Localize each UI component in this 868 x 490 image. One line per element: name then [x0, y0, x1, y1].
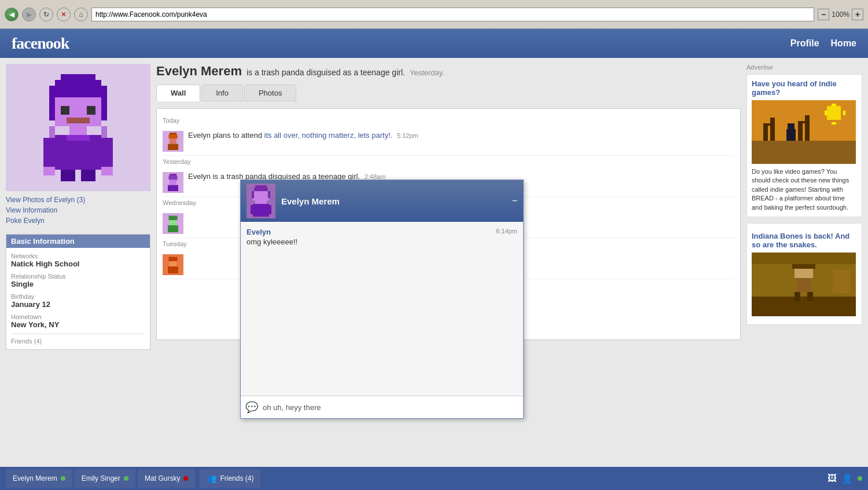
svg-rect-50	[752, 297, 856, 316]
svg-rect-45	[825, 111, 827, 115]
relationship-value: Single	[11, 280, 145, 288]
right-sidebar: Advertise Have you heard of indie games?	[746, 64, 862, 461]
tab-photos[interactable]: Photos	[244, 85, 296, 101]
site-nav: Profile Home	[790, 38, 856, 49]
tab-wall[interactable]: Wall	[156, 85, 200, 101]
chat-tab-mat-name: Mat Gursky	[145, 474, 180, 482]
svg-rect-37	[770, 118, 775, 141]
emily-status-dot	[124, 476, 128, 481]
svg-rect-8	[67, 118, 90, 123]
chat-input-icon: 💬	[245, 401, 258, 414]
relationship-label: Relationship Status	[11, 273, 145, 280]
chat-message-block: Evelyn 6:14pm omg kyleeeee!!	[247, 228, 517, 246]
post-avatar-icon-4	[164, 256, 182, 273]
home-button[interactable]: ⌂	[74, 8, 88, 21]
svg-rect-1	[55, 80, 101, 86]
post-avatar-wed	[163, 213, 183, 234]
url-text: http://www.Facenook.com/punk4eva	[95, 10, 207, 19]
mat-status-dot	[183, 476, 188, 481]
poke-link[interactable]: Poke Evelyn	[6, 217, 150, 225]
svg-rect-66	[268, 205, 271, 214]
chat-input-placeholder[interactable]: oh uh, heyy there	[263, 403, 518, 412]
svg-rect-33	[168, 266, 178, 273]
chat-tab-emily[interactable]: Emily Singer	[75, 469, 135, 488]
svg-rect-40	[805, 115, 810, 141]
chat-tab-evelyn-name: Evelyn Merem	[13, 474, 57, 482]
post-link-today[interactable]: its all over, nothing matterz, lets part…	[264, 131, 393, 140]
view-info-link[interactable]: View Information	[6, 206, 150, 214]
ad1-title[interactable]: Have you heard of indie games?	[752, 79, 857, 97]
chat-minimize-button[interactable]: −	[512, 196, 517, 206]
info-networks: Networks: Natick High School	[11, 253, 145, 268]
zoom-in-button[interactable]: +	[852, 9, 863, 20]
basic-info-box: Basic Information Networks: Natick High …	[6, 234, 150, 350]
svg-rect-54	[795, 292, 800, 301]
svg-rect-32	[170, 261, 176, 266]
chat-avatar-icon	[249, 185, 273, 217]
left-sidebar: View Photos of Evelyn (3) View Informati…	[6, 64, 150, 461]
bottom-bar: Evelyn Merem Emily Singer Mat Gursky 👥 F…	[0, 467, 868, 490]
tab-info[interactable]: Info	[201, 85, 243, 101]
svg-rect-7	[87, 106, 95, 115]
friends-tab-name: Friends (4)	[220, 474, 253, 482]
time-label-today: Today	[163, 117, 734, 124]
profile-avatar	[38, 74, 119, 181]
chat-header-left: Evelyn Merem	[247, 184, 340, 218]
bottom-right-icons: 🖼 👤	[827, 473, 862, 484]
svg-rect-31	[169, 257, 178, 262]
person-icon[interactable]: 👤	[841, 473, 853, 484]
svg-rect-16	[61, 170, 75, 181]
post-text-today: Evelyn plans to attend its all over, not…	[188, 131, 734, 140]
svg-rect-30	[168, 225, 178, 232]
svg-rect-25	[169, 175, 178, 180]
ad2-title[interactable]: Indiana Bones is back! And so are the sn…	[752, 232, 857, 249]
zoom-out-button[interactable]: −	[818, 9, 829, 20]
svg-rect-5	[101, 97, 107, 120]
time-label-yesterday: Yesterday	[163, 158, 734, 165]
chat-header: Evelyn Merem −	[241, 180, 523, 222]
chat-tab-emily-name: Emily Singer	[82, 474, 120, 482]
svg-rect-38	[763, 123, 775, 126]
svg-rect-15	[101, 167, 113, 175]
back-button[interactable]: ◀	[5, 8, 19, 21]
svg-rect-6	[61, 106, 69, 115]
svg-rect-43	[788, 123, 795, 129]
svg-rect-56	[752, 253, 856, 264]
site-logo[interactable]: facenook	[12, 34, 69, 53]
chat-tab-mat[interactable]: Mat Gursky	[138, 469, 195, 488]
svg-rect-27	[168, 185, 178, 192]
nav-home[interactable]: Home	[831, 38, 856, 49]
birthday-label: Birthday	[11, 293, 145, 300]
svg-rect-62	[268, 191, 270, 198]
stop-button[interactable]: ✕	[57, 8, 71, 21]
basic-info-body: Networks: Natick High School Relationshi…	[6, 248, 150, 349]
chat-input-row: 💬 oh uh, heyy there	[241, 396, 523, 418]
birthday-value: January 12	[11, 300, 145, 309]
hometown-value: New York, NY	[11, 320, 145, 329]
svg-rect-13	[101, 138, 113, 167]
svg-rect-61	[252, 191, 254, 198]
svg-rect-65	[251, 205, 254, 214]
svg-rect-51	[792, 264, 815, 269]
basic-info-header: Basic Information	[6, 235, 150, 248]
svg-rect-4	[49, 97, 55, 120]
forward-button[interactable]: ▶	[22, 8, 36, 21]
address-bar[interactable]: http://www.Facenook.com/punk4eva	[91, 8, 814, 21]
post-today: Evelyn plans to attend its all over, not…	[163, 127, 734, 156]
nav-profile[interactable]: Profile	[790, 38, 819, 49]
svg-rect-17	[81, 170, 95, 181]
reload-button[interactable]: ↻	[39, 8, 53, 21]
svg-rect-60	[253, 191, 269, 200]
networks-value: Natick High School	[11, 259, 145, 268]
chat-tab-evelyn[interactable]: Evelyn Merem	[6, 469, 72, 488]
svg-rect-9	[69, 126, 87, 135]
monitor-icon[interactable]: 🖼	[827, 473, 837, 484]
view-photos-link[interactable]: View Photos of Evelyn (3)	[6, 196, 150, 204]
post-avatar-icon-2	[164, 174, 182, 191]
chat-popup: Evelyn Merem − Evelyn 6:14pm omg kyleeee…	[240, 180, 524, 419]
friends-icon: 👥	[207, 474, 216, 483]
svg-rect-57	[833, 270, 850, 293]
hometown-label: Hometown	[11, 313, 145, 320]
post-avatar-yesterday	[163, 172, 183, 193]
friends-tab[interactable]: 👥 Friends (4)	[200, 469, 260, 488]
